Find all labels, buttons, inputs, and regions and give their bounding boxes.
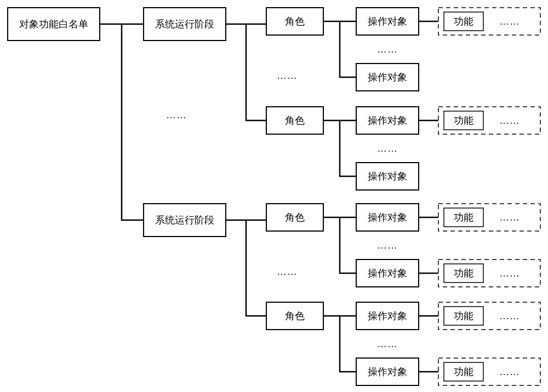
connector [122, 24, 144, 220]
function-2-ellipsis: …… [499, 115, 520, 126]
function-6-label: 功能 [454, 366, 473, 377]
object-7-label: 操作对象 [368, 310, 407, 321]
function-4-ellipsis: …… [499, 268, 520, 279]
hierarchy-diagram: 对象功能白名单 系统运行阶段 系统运行阶段 角色 角色 角色 角色 操作对象 操… [0, 0, 548, 392]
object-node-2: 操作对象 [356, 64, 419, 91]
root-label: 对象功能白名单 [19, 19, 88, 30]
object-6-label: 操作对象 [368, 268, 407, 279]
role-node-1: 角色 [266, 8, 323, 35]
ellipsis-roles-2: …… [277, 266, 298, 277]
object-4-label: 操作对象 [368, 171, 407, 182]
role-2-label: 角色 [285, 115, 305, 126]
object-5-label: 操作对象 [368, 212, 407, 223]
role-3-label: 角色 [285, 212, 305, 223]
function-1-label: 功能 [454, 16, 473, 27]
function-2-label: 功能 [454, 115, 473, 126]
connector [340, 120, 356, 176]
object-node-8: 操作对象 [356, 358, 419, 385]
object-node-6: 操作对象 [356, 260, 419, 287]
role-node-3: 角色 [266, 204, 323, 231]
ellipsis-objects-1: …… [377, 44, 398, 55]
function-group-5: 功能 …… [438, 302, 540, 330]
ellipsis-objects-4: …… [377, 338, 398, 349]
function-group-1: 功能 …… [438, 8, 540, 35]
function-1-ellipsis: …… [499, 16, 520, 27]
role-1-label: 角色 [285, 16, 305, 27]
phase-1-label: 系统运行阶段 [155, 19, 214, 30]
role-4-label: 角色 [285, 310, 305, 321]
ellipsis-phases: …… [166, 109, 187, 120]
ellipsis-roles-1: …… [277, 70, 298, 81]
object-8-label: 操作对象 [368, 366, 407, 377]
ellipsis-objects-2: …… [377, 143, 398, 154]
function-3-ellipsis: …… [499, 212, 520, 223]
function-group-6: 功能 …… [438, 358, 540, 385]
phase-2-label: 系统运行阶段 [155, 215, 214, 226]
object-node-7: 操作对象 [356, 302, 419, 330]
function-group-3: 功能 …… [438, 204, 540, 231]
object-1-label: 操作对象 [368, 16, 407, 27]
phase-node-1: 系统运行阶段 [144, 8, 226, 41]
function-4-label: 功能 [454, 268, 473, 279]
role-node-4: 角色 [266, 302, 323, 330]
function-group-2: 功能 …… [438, 107, 540, 134]
function-6-ellipsis: …… [499, 366, 520, 377]
function-5-ellipsis: …… [499, 310, 520, 321]
function-5-label: 功能 [454, 310, 473, 321]
connector [340, 316, 356, 372]
object-3-label: 操作对象 [368, 115, 407, 126]
phase-node-2: 系统运行阶段 [144, 204, 226, 237]
object-node-3: 操作对象 [356, 107, 419, 134]
ellipsis-objects-3: …… [377, 240, 398, 251]
function-3-label: 功能 [454, 212, 473, 223]
connector [246, 220, 266, 316]
object-node-5: 操作对象 [356, 204, 419, 231]
role-node-2: 角色 [266, 107, 323, 134]
object-node-1: 操作对象 [356, 8, 419, 35]
connector [246, 24, 266, 120]
root-node: 对象功能白名单 [8, 8, 100, 41]
connector [340, 21, 356, 77]
object-node-4: 操作对象 [356, 163, 419, 190]
connector [340, 217, 356, 273]
function-group-4: 功能 …… [438, 260, 540, 287]
object-2-label: 操作对象 [368, 72, 407, 83]
